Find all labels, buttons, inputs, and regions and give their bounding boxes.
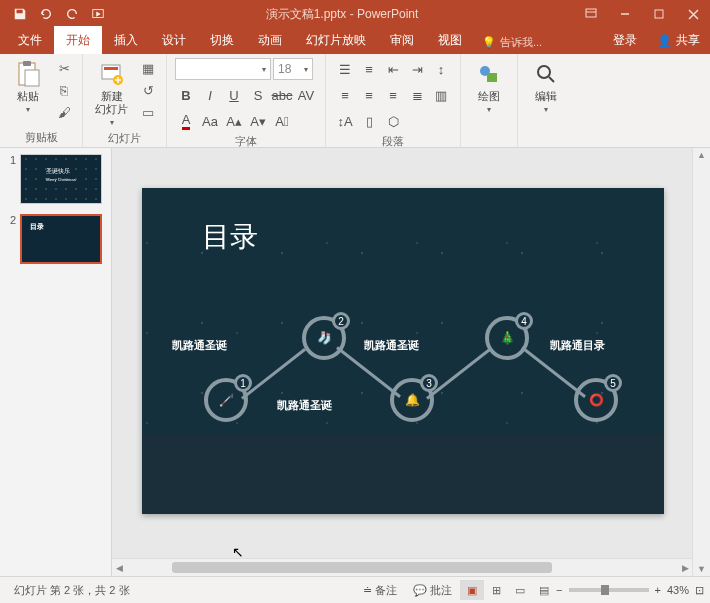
justify-button[interactable]: ≣ [406, 84, 428, 106]
share-button[interactable]: 👤共享 [647, 26, 710, 54]
strikethrough-button[interactable]: abc [271, 84, 293, 106]
window-title: 演示文稿1.pptx - PowerPoint [110, 6, 574, 23]
node-label-3[interactable]: 凯路通圣诞 [364, 338, 419, 353]
scroll-thumb[interactable] [172, 562, 552, 573]
node-3[interactable]: 🔔 3 [390, 378, 434, 422]
zoom-out-button[interactable]: − [556, 584, 562, 596]
line-spacing-button[interactable]: ↕ [430, 58, 452, 80]
maximize-button[interactable] [642, 0, 676, 28]
fit-to-window-button[interactable]: ⊡ [695, 584, 704, 597]
svg-rect-1 [586, 9, 596, 17]
new-slide-icon [98, 60, 126, 88]
notes-button[interactable]: ≐ 备注 [355, 583, 405, 598]
scroll-down-button[interactable]: ▼ [693, 562, 710, 576]
columns-button[interactable]: ▥ [430, 84, 452, 106]
bullets-button[interactable]: ☰ [334, 58, 356, 80]
font-name-combo[interactable]: ▾ [175, 58, 271, 80]
tab-animation[interactable]: 动画 [246, 26, 294, 54]
redo-button[interactable] [60, 3, 84, 25]
save-button[interactable] [8, 3, 32, 25]
tab-design[interactable]: 设计 [150, 26, 198, 54]
scroll-up-button[interactable]: ▲ [693, 148, 710, 162]
smartart-button[interactable]: ⬡ [382, 110, 404, 132]
title-bar: 演示文稿1.pptx - PowerPoint [0, 0, 710, 28]
group-label: 剪贴板 [8, 128, 74, 145]
layout-button[interactable]: ▦ [138, 58, 158, 78]
sorter-view-button[interactable]: ⊞ [484, 580, 508, 600]
tab-transition[interactable]: 切换 [198, 26, 246, 54]
numbering-button[interactable]: ≡ [358, 58, 380, 80]
paste-button[interactable]: 粘贴 ▾ [8, 58, 48, 116]
reset-button[interactable]: ↺ [138, 80, 158, 100]
minimize-button[interactable] [608, 0, 642, 28]
comments-button[interactable]: 💬 批注 [405, 583, 460, 598]
drawing-button[interactable]: 绘图 ▾ [469, 58, 509, 116]
slideshow-view-button[interactable]: ▤ [532, 580, 556, 600]
zoom-slider[interactable] [569, 588, 649, 592]
horizontal-scrollbar[interactable]: ◀ ▶ [112, 558, 692, 576]
new-slide-button[interactable]: 新建 幻灯片 ▾ [91, 58, 132, 129]
node-1[interactable]: 🦯 1 [204, 378, 248, 422]
node-label-2[interactable]: 凯路通圣诞 [277, 398, 332, 413]
node-4[interactable]: 🎄 4 [485, 316, 529, 360]
node-label-1[interactable]: 凯路通圣诞 [172, 338, 227, 353]
window-controls [574, 0, 710, 28]
shadow-button[interactable]: S [247, 84, 269, 106]
tab-insert[interactable]: 插入 [102, 26, 150, 54]
change-case-button[interactable]: Aa [199, 110, 221, 132]
align-left-button[interactable]: ≡ [334, 84, 356, 106]
zoom-level[interactable]: 43% [667, 584, 689, 596]
section-button[interactable]: ▭ [138, 102, 158, 122]
scroll-left-button[interactable]: ◀ [112, 559, 126, 576]
background-wave [142, 434, 664, 514]
increase-indent-button[interactable]: ⇥ [406, 58, 428, 80]
node-5[interactable]: ⭕ 5 [574, 378, 618, 422]
start-from-beginning-button[interactable] [86, 3, 110, 25]
group-editing: 编辑 ▾ [518, 54, 574, 147]
reading-view-button[interactable]: ▭ [508, 580, 532, 600]
tab-file[interactable]: 文件 [6, 26, 54, 54]
format-painter-button[interactable]: 🖌 [54, 102, 74, 122]
decrease-indent-button[interactable]: ⇤ [382, 58, 404, 80]
tab-view[interactable]: 视图 [426, 26, 474, 54]
clear-formatting-button[interactable]: A⃠ [271, 110, 293, 132]
decrease-font-button[interactable]: A▾ [247, 110, 269, 132]
status-bar: 幻灯片 第 2 张，共 2 张 ≐ 备注 💬 批注 ▣ ⊞ ▭ ▤ − + 43… [0, 576, 710, 603]
close-button[interactable] [676, 0, 710, 28]
group-paragraph: ☰ ≡ ⇤ ⇥ ↕ ≡ ≡ ≡ ≣ ▥ ↕A ▯ ⬡ [326, 54, 461, 147]
slide-title[interactable]: 目录 [202, 218, 258, 256]
vertical-scrollbar[interactable]: ▲ ▼ [692, 148, 710, 576]
tab-slideshow[interactable]: 幻灯片放映 [294, 26, 378, 54]
italic-button[interactable]: I [199, 84, 221, 106]
tell-me-button[interactable]: 💡告诉我... [474, 35, 550, 54]
editing-button[interactable]: 编辑 ▾ [526, 58, 566, 116]
svg-rect-2 [655, 10, 663, 18]
character-spacing-button[interactable]: AV [295, 84, 317, 106]
align-center-button[interactable]: ≡ [358, 84, 380, 106]
node-label-4[interactable]: 凯路通目录 [550, 338, 605, 353]
normal-view-button[interactable]: ▣ [460, 580, 484, 600]
login-button[interactable]: 登录 [603, 26, 647, 54]
copy-button[interactable]: ⎘ [54, 80, 74, 100]
undo-button[interactable] [34, 3, 58, 25]
font-color-button[interactable]: A [175, 110, 197, 132]
zoom-in-button[interactable]: + [655, 584, 661, 596]
slide-thumbnail-1[interactable]: 1 圣诞快乐Merry Christmas [4, 154, 107, 204]
align-right-button[interactable]: ≡ [382, 84, 404, 106]
scroll-right-button[interactable]: ▶ [678, 559, 692, 576]
slide-canvas-area[interactable]: 目录 🦯 1 🧦 2 🔔 3 🎄 4 [112, 148, 710, 576]
text-direction-button[interactable]: ↕A [334, 110, 356, 132]
font-size-combo[interactable]: 18▾ [273, 58, 313, 80]
slide-thumbnail-2[interactable]: 2 目录 [4, 214, 107, 264]
slide[interactable]: 目录 🦯 1 🧦 2 🔔 3 🎄 4 [142, 188, 664, 514]
slide-counter[interactable]: 幻灯片 第 2 张，共 2 张 [6, 583, 138, 598]
tab-home[interactable]: 开始 [54, 26, 102, 54]
tab-review[interactable]: 审阅 [378, 26, 426, 54]
bold-button[interactable]: B [175, 84, 197, 106]
increase-font-button[interactable]: A▴ [223, 110, 245, 132]
ribbon-options-button[interactable] [574, 0, 608, 28]
cut-button[interactable]: ✂ [54, 58, 74, 78]
align-text-button[interactable]: ▯ [358, 110, 380, 132]
node-2[interactable]: 🧦 2 [302, 316, 346, 360]
underline-button[interactable]: U [223, 84, 245, 106]
